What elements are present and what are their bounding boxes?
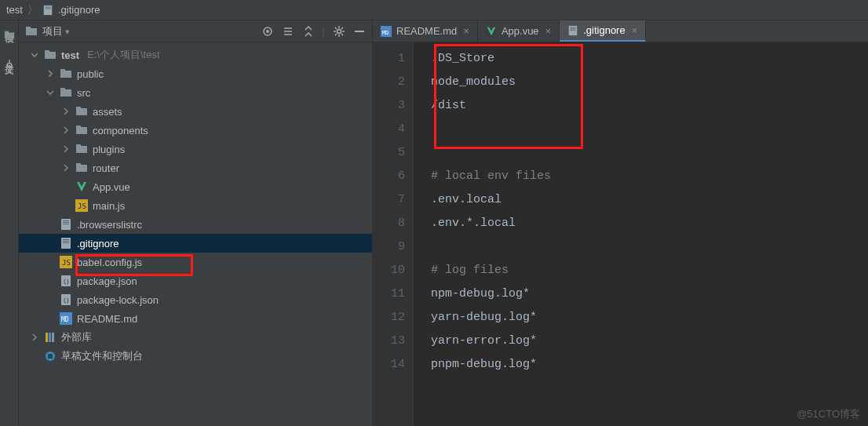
line-number: 2 [373,71,405,94]
code-line[interactable]: pnpm-debug.log* [431,353,868,377]
rail-commit[interactable]: 提交 [2,56,16,71]
code-line[interactable]: .env.local [431,188,868,212]
tree-row-README-md[interactable]: MDREADME.md [19,309,372,328]
tree-row-plugins[interactable]: plugins [19,140,372,158]
svg-rect-60 [52,333,54,342]
code-line[interactable]: .env.*.local [431,212,868,235]
svg-text:{}: {} [63,297,69,304]
breadcrumb-file[interactable]: .gitignore [58,4,100,16]
tree-row-babel-config-js[interactable]: JSbabel.config.js [19,253,372,271]
chevron-down-icon[interactable] [30,50,39,60]
svg-rect-36 [76,144,81,147]
project-tree[interactable]: test E:\个人项目\test publicsrcassetscompone… [19,42,372,426]
gitignore-icon [42,5,53,16]
chevron-right-icon[interactable] [61,107,71,116]
tree-row-assets[interactable]: assets [19,102,372,121]
svg-rect-37 [76,165,87,172]
close-icon[interactable]: × [545,25,552,37]
svg-line-22 [335,34,337,35]
svg-rect-32 [76,107,81,109]
line-number: 14 [373,353,405,377]
tree-row-package-json[interactable]: {}package.json [19,271,372,290]
svg-line-23 [341,27,343,29]
close-icon[interactable]: × [632,24,638,36]
tab-label: .gitignore [583,24,625,36]
rail-project[interactable]: 项目 [2,27,16,41]
sidebar-rail: 项目 提交 [0,20,19,426]
watermark: @51CTO博客 [797,407,860,421]
code-line[interactable]: yarn-debug.log* [431,306,868,330]
chevron-right-icon[interactable] [61,163,71,173]
close-icon[interactable]: × [463,25,469,37]
hide-icon[interactable] [353,25,366,38]
folder-icon [44,49,57,61]
tab-label: App.vue [501,25,539,37]
tree-scratches[interactable]: 草稿文件和控制台 [19,347,372,366]
tree-root[interactable]: test E:\个人项目\test [19,46,372,64]
gutter: 1234567891011121314 [373,42,414,426]
txt-icon [60,237,72,249]
tree-row-label: assets [93,106,122,118]
svg-rect-48 [63,241,69,242]
md-icon: MD [381,26,392,37]
select-opened-icon[interactable] [261,25,274,38]
js-icon: JS [75,199,88,212]
chevron-right-icon[interactable] [46,69,55,78]
editor-tab-bar: MDREADME.md×App.vue×.gitignore× [373,20,868,42]
expand-all-icon[interactable] [282,25,294,38]
txt-icon [60,218,72,231]
svg-rect-47 [63,239,69,240]
code-line[interactable]: .DS_Store [431,47,868,71]
tree-row-App-vue[interactable]: App.vue [19,177,372,196]
svg-point-5 [7,63,11,67]
tab--gitignore[interactable]: .gitignore× [560,20,646,42]
code-line[interactable] [431,118,868,141]
svg-rect-45 [63,224,69,224]
breadcrumb-root[interactable]: test [6,4,23,16]
svg-rect-38 [76,163,81,166]
code-line[interactable]: # local env files [431,165,868,188]
tree-row-components[interactable]: components [19,121,372,140]
line-number: 5 [373,141,405,165]
tab-label: README.md [396,25,457,37]
tree-row--gitignore[interactable]: .gitignore [19,234,372,253]
tree-external-libs[interactable]: 外部库 [19,328,372,347]
tree-row-src[interactable]: src [19,83,372,102]
tree-row-package-lock-json[interactable]: {}package-lock.json [19,290,372,309]
tab-App-vue[interactable]: App.vue× [478,20,560,42]
code-area[interactable]: 1234567891011121314 .DS_Storenode_module… [373,42,868,426]
svg-line-21 [341,34,343,35]
code-line[interactable]: /dist [431,94,868,118]
chevron-down-icon[interactable] [46,88,55,97]
svg-rect-4 [4,31,8,34]
txt-icon [567,25,578,36]
folder-icon [75,162,88,174]
panel-title-group[interactable]: 项目 [25,24,70,38]
code-line[interactable]: # log files [431,259,868,282]
tree-row-label: public [77,68,104,80]
chevron-right-icon[interactable] [61,144,71,154]
tree-external-label: 外部库 [61,330,92,344]
tree-row-main-js[interactable]: JSmain.js [19,196,372,215]
tree-root-label: test [61,49,79,61]
code-line[interactable] [431,235,868,259]
tree-row-label: .browserslistrc [77,219,142,231]
chevron-right-icon[interactable] [61,126,71,135]
tree-row-public[interactable]: public [19,64,372,83]
tree-row--browserslistrc[interactable]: .browserslistrc [19,215,372,234]
code-line[interactable]: npm-debug.log* [431,282,868,306]
code-line[interactable] [431,141,868,165]
code-line[interactable]: yarn-error.log* [431,330,868,353]
tree-row-router[interactable]: router [19,158,372,177]
chevron-right-icon[interactable] [30,333,39,342]
line-number: 10 [373,259,405,282]
svg-point-11 [266,30,269,33]
svg-text:JS: JS [78,202,86,210]
code-line[interactable]: node_modules [431,71,868,94]
tab-README-md[interactable]: MDREADME.md× [373,20,478,42]
panel-header: 项目 | [19,20,372,42]
vue-icon [75,180,88,193]
code-lines[interactable]: .DS_Storenode_modules/dist# local env fi… [414,42,868,426]
collapse-all-icon[interactable] [302,25,315,38]
gear-icon[interactable] [333,25,345,38]
